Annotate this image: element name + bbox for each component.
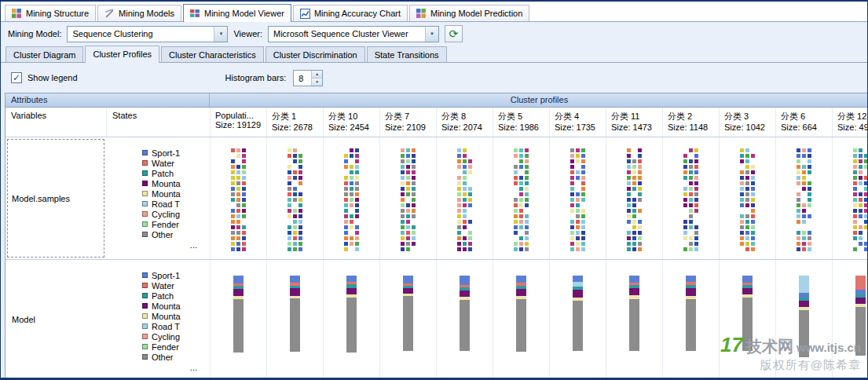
viewer-tab-cluster-diagram[interactable]: Cluster Diagram: [5, 46, 83, 62]
show-legend-checkbox[interactable]: ✓: [11, 72, 22, 83]
viewer-tab-cluster-profiles[interactable]: Cluster Profiles: [85, 46, 159, 63]
histogram-cell[interactable]: [775, 260, 832, 379]
histogram-cell[interactable]: [210, 260, 266, 379]
histogram-cell[interactable]: [493, 137, 549, 259]
mining-model-dropdown[interactable]: Sequence Clustering ▼: [67, 26, 228, 42]
histogram-cell[interactable]: [493, 260, 549, 379]
spinner-up-icon[interactable]: ▲: [312, 71, 322, 78]
sequence-state-square: [288, 242, 291, 246]
legend-swatch: [142, 191, 148, 196]
sequence-state-square: [689, 192, 693, 196]
doc-tab-mining-accuracy-chart[interactable]: Mining Accuracy Chart: [293, 5, 408, 21]
sequence-state-square: [797, 242, 800, 246]
sequence-state-square: [581, 231, 585, 235]
histogram-cell[interactable]: [379, 137, 436, 259]
stacked-bar: [233, 276, 244, 353]
histogram-cell[interactable]: [210, 137, 266, 259]
states-column-header[interactable]: States: [106, 108, 210, 137]
sequence-state-square: [350, 236, 353, 240]
histogram-cell[interactable]: [266, 137, 323, 259]
histogram-cell[interactable]: [606, 137, 662, 259]
histogram-cell[interactable]: [606, 260, 662, 379]
cluster-column-header[interactable]: 分类 7Size: 2109: [379, 108, 436, 137]
row-model: ModelSport-1WaterPatchMountaMountaRoad T…: [5, 260, 868, 379]
cluster-column-header[interactable]: 分类 2Size: 1148: [662, 108, 719, 137]
sequence-state-square: [288, 231, 291, 235]
cluster-column-header[interactable]: 分类 12Size: 49: [832, 108, 868, 137]
histogram-cell[interactable]: [832, 260, 868, 379]
histogram-cell[interactable]: [719, 260, 775, 379]
cluster-column-header[interactable]: 分类 10Size: 2454: [323, 108, 379, 137]
sequence-state-square: [231, 159, 235, 163]
sequence-state-square: [514, 198, 518, 202]
variable-cell[interactable]: Model: [5, 260, 106, 379]
sequence-state-square: [751, 159, 755, 163]
histogram-cell[interactable]: [549, 137, 606, 259]
sequence-state-square: [519, 154, 523, 158]
bar-segment: [686, 276, 696, 282]
viewer-tab-cluster-discrimination[interactable]: Cluster Discrimination: [266, 46, 365, 62]
variables-column-header[interactable]: Variables: [5, 108, 106, 137]
sequence-state-square: [355, 159, 359, 163]
viewer-dropdown[interactable]: Microsoft Sequence Cluster Viewer ▼: [268, 26, 439, 42]
chevron-down-icon[interactable]: ▼: [425, 27, 438, 42]
histogram-cell[interactable]: [266, 260, 323, 379]
sequence-state-square: [694, 176, 698, 180]
sequence-state-square: [519, 214, 523, 218]
sequence-state-square: [298, 220, 302, 224]
sequence-state-square: [632, 225, 636, 229]
histogram-cell[interactable]: [323, 260, 379, 379]
sequence-state-square: [293, 187, 297, 191]
cluster-column-header[interactable]: 分类 5Size: 1986: [493, 108, 549, 137]
spinner-down-icon[interactable]: ▼: [312, 78, 322, 86]
doc-tab-mining-model-prediction[interactable]: Mining Model Prediction: [409, 5, 529, 21]
sequence-state-square: [514, 159, 518, 163]
sequence-state-square: [864, 220, 868, 224]
doc-tab-mining-models[interactable]: Mining Models: [97, 5, 181, 21]
histogram-cell[interactable]: [775, 137, 832, 259]
sequence-state-square: [288, 165, 291, 169]
sequence-state-square: [864, 209, 868, 213]
sequence-state-square: [745, 203, 749, 207]
cluster-name: 分类 2: [668, 111, 719, 122]
sequence-state-square: [236, 170, 240, 174]
chevron-down-icon[interactable]: ▼: [214, 27, 227, 42]
cluster-column-header[interactable]: Populati...Size: 19129: [210, 108, 266, 137]
sequence-state-square: [864, 214, 868, 218]
sequence-state-square: [853, 192, 857, 196]
sequence-state-square: [463, 225, 467, 229]
cluster-column-header[interactable]: 分类 11Size: 1473: [606, 108, 662, 137]
histogram-bars-spinner[interactable]: 8 ▲ ▼: [293, 70, 323, 86]
sequence-state-square: [298, 148, 302, 152]
sequence-state-square: [519, 198, 523, 202]
sequence-state-square: [853, 231, 857, 235]
sequence-state-square: [298, 203, 302, 207]
refresh-viewer-button[interactable]: ⟳: [445, 25, 463, 42]
variable-cell[interactable]: Model.samples: [5, 137, 106, 259]
histogram-cell[interactable]: [662, 137, 719, 259]
legend-item: Fender: [142, 342, 210, 352]
histogram-cell[interactable]: [323, 137, 379, 259]
viewer-tab-state-transitions[interactable]: State Transitions: [367, 46, 447, 62]
mining-model-label: Mining Model:: [8, 29, 61, 38]
doc-tab-mining-structure[interactable]: Mining Structure: [5, 5, 96, 21]
cluster-column-header[interactable]: 分类 1Size: 2678: [266, 108, 323, 137]
refresh-icon: ⟳: [449, 27, 459, 40]
histogram-cell[interactable]: [719, 137, 775, 259]
histogram-cell[interactable]: [436, 260, 493, 379]
viewer-tab-cluster-characteristics[interactable]: Cluster Characteristics: [161, 46, 264, 62]
histogram-cell[interactable]: [662, 260, 719, 379]
histogram-cell[interactable]: [379, 260, 436, 379]
sequence-state-square: [802, 236, 806, 240]
histogram-cell[interactable]: [436, 137, 493, 259]
legend-item: Water: [142, 280, 210, 290]
histogram-cell[interactable]: [549, 260, 606, 379]
histogram-cell[interactable]: [832, 137, 868, 259]
doc-tab-mining-model-viewer[interactable]: Mining Model Viewer: [183, 4, 291, 22]
cluster-column-header[interactable]: 分类 4Size: 1735: [549, 108, 606, 137]
sequence-state-square: [463, 159, 467, 163]
cluster-column-header[interactable]: 分类 8Size: 2074: [436, 108, 493, 137]
sequence-state-square: [514, 165, 518, 169]
cluster-column-header[interactable]: 分类 6Size: 664: [775, 108, 832, 137]
cluster-column-header[interactable]: 分类 3Size: 1042: [719, 108, 775, 137]
